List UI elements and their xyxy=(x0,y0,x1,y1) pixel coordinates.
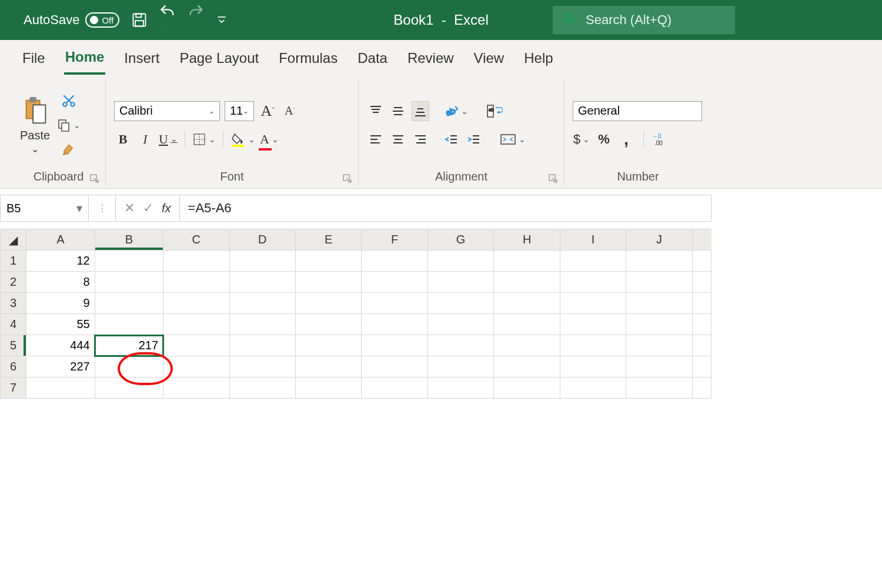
align-left-button[interactable] xyxy=(367,129,385,149)
tab-view[interactable]: View xyxy=(473,48,506,74)
font-name-combo[interactable]: Calibri ⌄ xyxy=(114,101,220,121)
cell-A5[interactable]: 444 xyxy=(26,335,95,356)
row-header-7[interactable]: 7 xyxy=(1,377,26,399)
cell-B5[interactable]: 217 xyxy=(95,335,163,356)
increase-indent-button[interactable] xyxy=(465,129,482,149)
bold-button[interactable]: B xyxy=(114,129,132,149)
decrease-indent-button[interactable] xyxy=(442,129,460,149)
redo-button[interactable] xyxy=(188,4,204,36)
tab-data[interactable]: Data xyxy=(356,48,389,74)
autosave-switch[interactable]: Off xyxy=(85,12,119,28)
ribbon: File Home Insert Page Layout Formulas Da… xyxy=(0,40,882,189)
app-name: Excel xyxy=(454,12,489,28)
svg-point-4 xyxy=(565,14,573,21)
save-icon[interactable] xyxy=(131,12,148,28)
col-header-I[interactable]: I xyxy=(560,229,626,250)
formula-bar: B5 ▾ ⋮ ✕ ✓ fx xyxy=(0,195,711,222)
number-format-value: General xyxy=(578,104,620,118)
col-header-H[interactable]: H xyxy=(494,229,560,250)
svg-text:ab: ab xyxy=(489,107,494,112)
col-header-J[interactable]: J xyxy=(626,229,692,250)
merge-center-button[interactable] xyxy=(500,129,526,149)
insert-function-button[interactable]: fx xyxy=(162,202,171,215)
align-top-button[interactable] xyxy=(367,101,385,121)
increase-decimal-button[interactable]: ←0.00 xyxy=(652,129,670,149)
qat-customize-icon[interactable] xyxy=(216,14,228,26)
row-header-4[interactable]: 4 xyxy=(1,314,26,335)
col-header-B[interactable]: B xyxy=(95,229,163,250)
currency-button[interactable]: $ xyxy=(573,129,590,149)
align-middle-button[interactable] xyxy=(389,101,407,121)
cell-A2[interactable]: 8 xyxy=(26,272,95,293)
font-size-combo[interactable]: 11 ⌄ xyxy=(225,101,254,121)
cell-A3[interactable]: 9 xyxy=(26,293,95,314)
font-color-button[interactable]: A xyxy=(260,129,279,149)
sheet-table[interactable]: ◢ A B C D E F G H I J 112 28 39 455 5444… xyxy=(0,229,711,399)
cell-A1[interactable]: 12 xyxy=(26,250,95,272)
autosave-toggle[interactable]: AutoSave Off xyxy=(24,12,119,28)
dialog-launcher-icon[interactable] xyxy=(549,174,559,185)
chevron-down-icon: ⌄ xyxy=(209,107,215,115)
row-header-2[interactable]: 2 xyxy=(1,272,26,293)
grow-font-button[interactable]: Aˆ xyxy=(259,101,276,121)
tab-insert[interactable]: Insert xyxy=(123,48,161,74)
number-format-combo[interactable]: General xyxy=(573,101,702,121)
search-input[interactable] xyxy=(586,12,724,28)
underline-button[interactable]: U xyxy=(159,129,178,149)
shrink-font-button[interactable]: Aˇ xyxy=(281,101,299,121)
wrap-text-button[interactable]: ab xyxy=(486,101,503,121)
search-box[interactable] xyxy=(553,6,735,34)
group-label-number: Number xyxy=(573,169,703,186)
italic-button[interactable]: I xyxy=(136,129,154,149)
col-header-F[interactable]: F xyxy=(362,229,427,250)
app-title: Book1 - Excel xyxy=(393,12,488,28)
dialog-launcher-icon[interactable] xyxy=(90,174,101,185)
undo-button[interactable] xyxy=(159,4,176,36)
group-alignment: ab ab A xyxy=(359,80,564,186)
col-header-A[interactable]: A xyxy=(26,229,95,250)
col-header-D[interactable]: D xyxy=(229,229,295,250)
select-all-corner[interactable]: ◢ xyxy=(1,229,26,250)
tab-review[interactable]: Review xyxy=(406,48,455,74)
paste-button[interactable]: Paste ⌄ xyxy=(20,96,50,155)
enter-formula-button[interactable]: ✓ xyxy=(143,201,153,216)
tab-file[interactable]: File xyxy=(21,48,46,74)
cancel-formula-button[interactable]: ✕ xyxy=(124,201,135,216)
svg-text:.00: .00 xyxy=(654,140,663,146)
formula-input[interactable] xyxy=(180,195,711,221)
row-header-1[interactable]: 1 xyxy=(1,250,26,272)
orientation-button[interactable]: ab xyxy=(445,101,468,121)
row-header-6[interactable]: 6 xyxy=(1,356,26,377)
tab-formulas[interactable]: Formulas xyxy=(278,48,339,74)
name-box[interactable]: B5 ▾ xyxy=(1,195,89,221)
align-center-button[interactable] xyxy=(389,129,407,149)
paste-label: Paste xyxy=(20,129,50,142)
cell-A6[interactable]: 227 xyxy=(26,356,95,377)
format-painter-button[interactable] xyxy=(57,140,81,160)
svg-line-5 xyxy=(572,20,574,23)
copy-button[interactable] xyxy=(57,115,81,135)
tab-home[interactable]: Home xyxy=(64,46,106,75)
group-font: Calibri ⌄ 11 ⌄ Aˆ Aˇ B I U xyxy=(106,80,359,186)
col-header-G[interactable]: G xyxy=(427,229,493,250)
percent-button[interactable]: % xyxy=(595,129,613,149)
align-right-button[interactable] xyxy=(412,129,429,149)
col-header-E[interactable]: E xyxy=(296,229,362,250)
tab-help[interactable]: Help xyxy=(523,48,554,74)
svg-text:ab: ab xyxy=(445,105,456,117)
borders-button[interactable] xyxy=(192,129,216,149)
cell-B1[interactable] xyxy=(95,250,163,272)
tab-pagelayout[interactable]: Page Layout xyxy=(178,48,260,74)
fill-color-button[interactable] xyxy=(230,129,255,149)
cell-A4[interactable]: 55 xyxy=(26,314,95,335)
fx-divider: ⋮ xyxy=(89,195,116,221)
align-bottom-button[interactable] xyxy=(412,101,429,121)
group-number: General $ % , ←0.00 Number xyxy=(564,80,711,186)
row-header-5[interactable]: 5 xyxy=(1,335,26,356)
comma-style-button[interactable]: , xyxy=(617,129,635,149)
dialog-launcher-icon[interactable] xyxy=(343,174,353,185)
col-header-C[interactable]: C xyxy=(163,229,229,250)
row-header-3[interactable]: 3 xyxy=(1,293,26,314)
autosave-label: AutoSave xyxy=(24,12,79,28)
cut-button[interactable] xyxy=(57,91,81,111)
